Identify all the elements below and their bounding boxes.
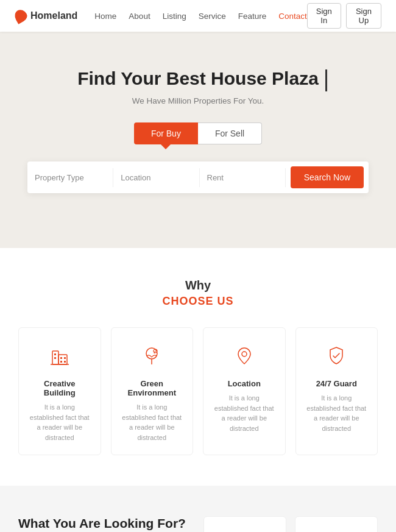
feature-name-green: Green Environment	[120, 379, 185, 397]
svg-rect-4	[60, 357, 62, 359]
why-label: Why	[18, 278, 378, 293]
svg-rect-1	[58, 355, 67, 364]
tab-for-sell[interactable]: For Sell	[198, 122, 262, 144]
guard-icon	[305, 345, 369, 372]
what-left: What You Are Looking For? It is a long e…	[18, 516, 189, 532]
what-title: What You Are Looking For?	[18, 516, 189, 531]
building-icon	[27, 345, 92, 372]
nav-actions: Sign In Sign Up	[307, 3, 381, 29]
feature-name-building: Creative Building	[27, 379, 92, 397]
location-select[interactable]: Location	[113, 168, 199, 187]
why-section: Why CHOOSE US Creative Building It is a …	[0, 248, 396, 486]
logo[interactable]: Homeland	[15, 10, 77, 22]
navbar: Homeland Home About Listing Service Feat…	[0, 0, 396, 32]
nav-home[interactable]: Home	[94, 12, 116, 21]
feature-card-location: Location It is a long established fact t…	[203, 327, 286, 455]
hero-subtitle: We Have Million Properties For You.	[24, 96, 372, 105]
search-bar: Property Type Location Rent Search Now	[27, 161, 369, 193]
features-grid: Creative Building It is a long establish…	[18, 327, 378, 455]
green-icon	[120, 345, 185, 372]
svg-point-13	[242, 352, 247, 356]
svg-rect-6	[60, 361, 62, 363]
hero-title: Find Your Best House Plaza	[77, 68, 319, 89]
search-button[interactable]: Search Now	[291, 166, 364, 188]
property-cards-grid: Villa & Condo It is a long established f…	[203, 516, 378, 532]
tab-for-buy[interactable]: For Buy	[134, 122, 198, 144]
logo-icon	[12, 7, 29, 24]
nav-service[interactable]: Service	[199, 12, 226, 21]
feature-name-location: Location	[212, 379, 277, 388]
location-icon	[212, 345, 277, 372]
feature-card-green: Green Environment It is a long establish…	[111, 327, 194, 455]
feature-desc-location: It is a long established fact that a rea…	[212, 393, 277, 433]
svg-rect-2	[54, 353, 56, 355]
nav-links: Home About Listing Service Feature Conta…	[94, 12, 306, 21]
nav-listing[interactable]: Listing	[163, 12, 186, 21]
nav-about[interactable]: About	[129, 12, 150, 21]
svg-rect-5	[64, 357, 66, 359]
what-section: What You Are Looking For? It is a long e…	[0, 486, 396, 532]
feature-card-guard: 24/7 Guard It is a long established fact…	[295, 327, 378, 455]
property-type-select[interactable]: Property Type	[27, 168, 113, 187]
logo-text: Homeland	[30, 10, 77, 21]
nav-contact[interactable]: Contact	[278, 12, 307, 21]
svg-rect-3	[54, 357, 56, 359]
nav-feature[interactable]: Feature	[238, 12, 267, 21]
prop-card-villa: Villa & Condo It is a long established f…	[203, 516, 286, 532]
signin-button[interactable]: Sign In	[307, 3, 341, 29]
svg-rect-7	[64, 361, 66, 363]
feature-desc-guard: It is a long established fact that a rea…	[305, 393, 369, 433]
feature-name-guard: 24/7 Guard	[305, 379, 369, 388]
hero-tabs: For Buy For Sell	[24, 122, 372, 144]
feature-desc-green: It is a long established fact that a rea…	[120, 402, 185, 442]
feature-card-building: Creative Building It is a long establish…	[18, 327, 101, 455]
prop-card-family: Family House It is a long established fa…	[295, 516, 378, 532]
feature-desc-building: It is a long established fact that a rea…	[27, 402, 92, 442]
signup-button[interactable]: Sign Up	[346, 3, 381, 29]
why-sublabel: CHOOSE US	[18, 295, 378, 308]
rent-select[interactable]: Rent	[200, 168, 286, 187]
hero-section: Find Your Best House Plaza We Have Milli…	[0, 32, 396, 248]
